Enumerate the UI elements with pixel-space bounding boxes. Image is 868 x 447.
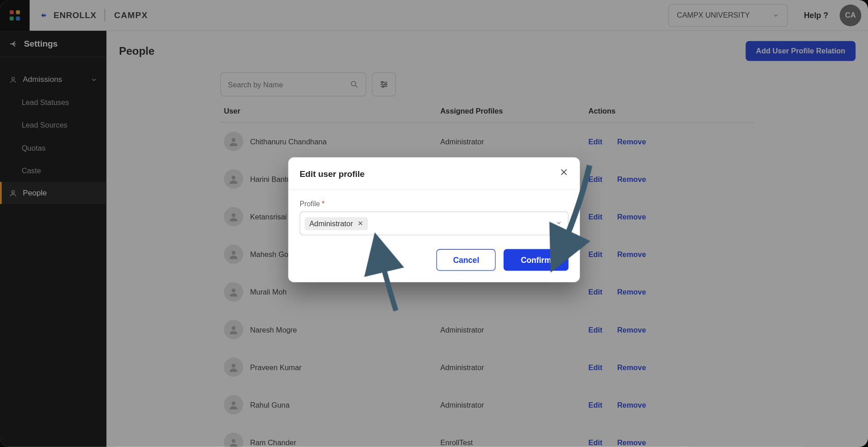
confirm-button[interactable]: Confirm	[504, 249, 568, 271]
modal-close-button[interactable]	[559, 167, 568, 179]
profile-multiselect[interactable]: Administrator ✕	[300, 211, 569, 235]
profile-field-label: Profile *	[300, 200, 569, 208]
cancel-button[interactable]: Cancel	[437, 249, 496, 271]
modal-title: Edit user profile	[300, 168, 365, 178]
close-icon	[559, 167, 568, 176]
edit-user-profile-modal: Edit user profile Profile * Administrato…	[288, 157, 580, 282]
profile-chip: Administrator ✕	[305, 217, 368, 230]
chevron-down-icon	[556, 219, 562, 229]
chip-label: Administrator	[309, 219, 353, 228]
chip-remove[interactable]: ✕	[358, 219, 363, 228]
